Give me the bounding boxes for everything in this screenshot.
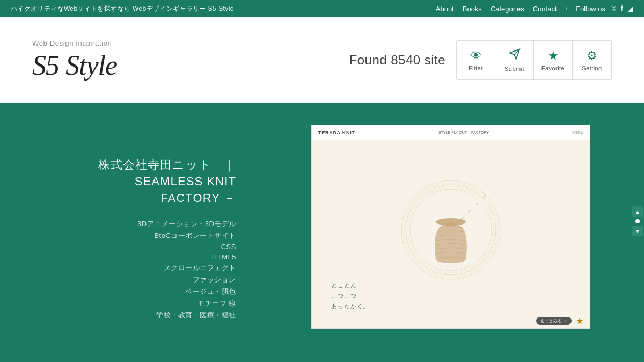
logo-area: Web Design Inspiration S5 Style bbox=[32, 39, 349, 81]
arrow-up-icon: ▲ bbox=[635, 209, 640, 215]
tag-item[interactable]: BtoCコーポレートサイト bbox=[154, 231, 236, 241]
tag-item[interactable]: 3Dアニメーション・3Dモデル bbox=[137, 219, 236, 229]
preview-topbar: TERADA KNIT STYLE FLY OUT FACTORY MENU bbox=[312, 125, 590, 140]
title-line1: 株式会社寺田ニット ｜ bbox=[43, 157, 236, 173]
tag-item[interactable]: HTML5 bbox=[212, 253, 236, 261]
left-panel: 株式会社寺田ニット ｜ SEAMLESS KNIT FACTORY － 3Dアニ… bbox=[0, 125, 258, 342]
divider: / bbox=[566, 5, 568, 13]
preview-bottom-bar: もっとみる ＋ ★ bbox=[312, 313, 590, 328]
scroll-up-button[interactable]: ▲ bbox=[632, 206, 643, 217]
logo-text: S5 Style bbox=[32, 50, 117, 81]
tagline: ハイクオリティなWebサイトを探すなら Webデザインギャラリー S5-Styl… bbox=[11, 4, 234, 13]
books-link[interactable]: Books bbox=[463, 5, 482, 13]
nav-links: About Books Categories Contact / Follow … bbox=[436, 4, 633, 13]
scroll-controls: ▲ ▼ bbox=[631, 206, 644, 236]
setting-label: Setting bbox=[582, 65, 602, 71]
caption-line3: あったかく。 bbox=[331, 301, 369, 312]
filter-label: Filter bbox=[469, 65, 483, 71]
caption-line2: こつこつ bbox=[331, 291, 369, 301]
preview-body: とことん こつこつ あったかく。 もっとみる ＋ ★ bbox=[312, 140, 590, 328]
found-prefix: Found bbox=[349, 53, 391, 67]
top-navigation: ハイクオリティなWebサイトを探すなら Webデザインギャラリー S5-Styl… bbox=[0, 0, 644, 17]
tags-list: 3Dアニメーション・3Dモデル BtoCコーポレートサイト CSS HTML5 … bbox=[43, 219, 236, 320]
site-header: Web Design Inspiration S5 Style Found 85… bbox=[0, 17, 644, 103]
preview-caption: とことん こつこつ あったかく。 bbox=[331, 280, 369, 312]
arrow-down-icon: ▼ bbox=[635, 228, 640, 234]
preview-brand: TERADA KNIT bbox=[318, 130, 355, 135]
found-suffix: site bbox=[421, 53, 445, 67]
site-preview[interactable]: TERADA KNIT STYLE FLY OUT FACTORY MENU bbox=[311, 125, 590, 329]
count-number: 8540 bbox=[391, 53, 420, 67]
gear-icon: ⚙ bbox=[587, 49, 597, 63]
toolbar: 👁 Filter Submit ★ Favorite ⚙ Setting bbox=[456, 40, 612, 80]
scroll-down-button[interactable]: ▼ bbox=[632, 226, 643, 236]
setting-button[interactable]: ⚙ Setting bbox=[573, 41, 611, 79]
contact-link[interactable]: Contact bbox=[533, 5, 557, 13]
title-line2: SEAMLESS KNIT bbox=[43, 173, 236, 190]
facebook-icon[interactable]: f bbox=[621, 4, 623, 13]
more-button[interactable]: もっとみる ＋ bbox=[536, 317, 572, 325]
favorite-label: Favorite bbox=[541, 65, 565, 71]
tag-item[interactable]: モチーフ 線 bbox=[197, 299, 236, 308]
scroll-indicator bbox=[635, 219, 640, 223]
right-panel: TERADA KNIT STYLE FLY OUT FACTORY MENU bbox=[258, 125, 644, 329]
follow-label: Follow us bbox=[576, 5, 605, 13]
preview-nav-item1: STYLE FLY OUT bbox=[438, 131, 467, 134]
main-content: 株式会社寺田ニット ｜ SEAMLESS KNIT FACTORY － 3Dアニ… bbox=[0, 103, 644, 362]
title-line3: FACTORY － bbox=[43, 190, 236, 207]
preview-nav-right: MENU bbox=[572, 131, 583, 134]
tag-item[interactable]: CSS bbox=[221, 243, 236, 251]
favorite-star-icon[interactable]: ★ bbox=[576, 316, 583, 326]
submit-label: Submit bbox=[504, 66, 524, 72]
twitter-icon[interactable]: 𝕏 bbox=[611, 4, 617, 13]
filter-button[interactable]: 👁 Filter bbox=[457, 41, 495, 79]
caption-line1: とことん bbox=[331, 280, 369, 291]
header-subtitle: Web Design Inspiration bbox=[32, 39, 349, 47]
about-link[interactable]: About bbox=[436, 5, 454, 13]
svg-point-8 bbox=[436, 218, 466, 226]
tag-item[interactable]: ベージュ・肌色 bbox=[185, 287, 236, 296]
knit-illustration bbox=[397, 176, 504, 284]
found-count-display: Found 8540 site bbox=[349, 53, 445, 68]
preview-nav: STYLE FLY OUT FACTORY bbox=[438, 131, 489, 134]
star-icon: ★ bbox=[548, 49, 559, 63]
tag-item[interactable]: 学校・教育・医療・福祉 bbox=[156, 310, 236, 320]
rss-icon[interactable]: ◢ bbox=[627, 4, 633, 13]
favorite-button[interactable]: ★ Favorite bbox=[534, 41, 573, 79]
eye-icon: 👁 bbox=[470, 49, 482, 63]
submit-button[interactable]: Submit bbox=[495, 41, 534, 79]
site-logo: S5 Style bbox=[32, 49, 349, 81]
categories-link[interactable]: Categories bbox=[491, 5, 524, 13]
featured-title: 株式会社寺田ニット ｜ SEAMLESS KNIT FACTORY － bbox=[43, 157, 236, 206]
submit-icon bbox=[509, 48, 521, 63]
tag-item[interactable]: スクロールエフェクト bbox=[164, 263, 236, 273]
preview-nav-item2: FACTORY bbox=[471, 131, 489, 134]
tag-item[interactable]: ファッション bbox=[193, 275, 236, 285]
header-right: Found 8540 site 👁 Filter Submit ★ Favori… bbox=[349, 40, 612, 80]
follow-section: Follow us 𝕏 f ◢ bbox=[576, 4, 633, 13]
